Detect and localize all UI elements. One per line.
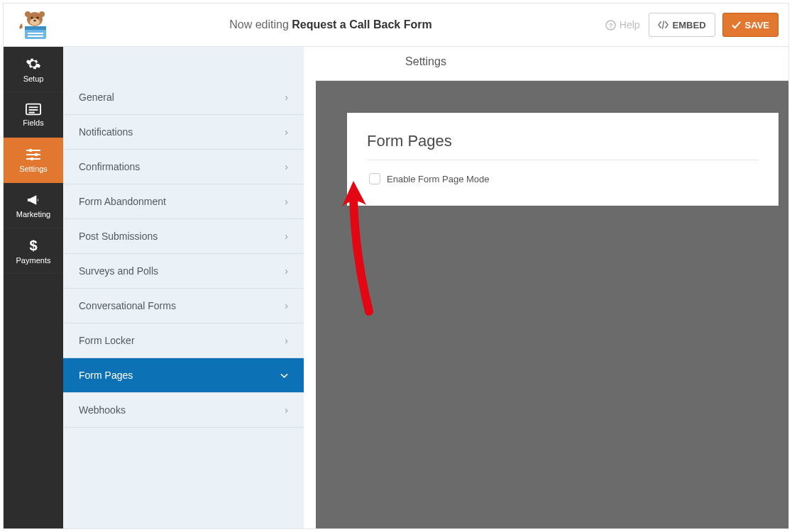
svg-point-4 xyxy=(31,16,33,18)
nav-fields-label: Fields xyxy=(23,118,43,127)
nav-settings[interactable]: Settings xyxy=(4,138,63,183)
nav-marketing[interactable]: Marketing xyxy=(4,183,63,228)
chevron-right-icon: › xyxy=(285,265,288,277)
list-icon xyxy=(26,103,41,116)
settings-list: General› Notifications› Confirmations› F… xyxy=(63,80,304,428)
editing-title: Now editing Request a Call Back Form xyxy=(56,18,605,31)
form-pages-panel: Form Pages Enable Form Page Mode xyxy=(347,113,779,206)
save-button[interactable]: SAVE xyxy=(722,13,779,37)
svg-point-6 xyxy=(33,20,36,22)
settings-item-conversational-forms[interactable]: Conversational Forms› xyxy=(63,289,304,323)
top-bar: Now editing Request a Call Back Form ? H… xyxy=(4,4,788,47)
app-logo xyxy=(13,9,56,41)
help-link[interactable]: ? Help xyxy=(605,19,640,31)
enable-form-page-mode-checkbox[interactable] xyxy=(369,173,380,184)
svg-point-3 xyxy=(30,18,40,26)
settings-sidebar: General› Notifications› Confirmations› F… xyxy=(63,47,316,528)
primary-nav: Setup Fields Settings Marketing $ Paymen… xyxy=(4,47,63,528)
chevron-right-icon: › xyxy=(285,126,288,138)
chevron-down-icon xyxy=(280,370,288,381)
form-name: Request a Call Back Form xyxy=(292,18,431,31)
nav-payments-label: Payments xyxy=(16,256,51,265)
dollar-icon: $ xyxy=(28,238,38,253)
svg-rect-10 xyxy=(28,35,43,37)
sliders-icon xyxy=(25,148,42,162)
app-window: Now editing Request a Call Back Form ? H… xyxy=(3,3,789,529)
nav-fields[interactable]: Fields xyxy=(4,92,63,138)
svg-rect-9 xyxy=(28,33,43,34)
svg-rect-8 xyxy=(25,26,46,30)
svg-point-5 xyxy=(36,16,38,18)
svg-text:?: ? xyxy=(608,22,612,29)
settings-item-form-abandonment[interactable]: Form Abandonment› xyxy=(63,184,304,219)
title-prefix: Now editing xyxy=(229,18,289,31)
svg-point-22 xyxy=(31,157,34,160)
enable-form-page-mode-label: Enable Form Page Mode xyxy=(387,174,490,184)
chevron-right-icon: › xyxy=(285,161,288,172)
svg-point-1 xyxy=(25,11,31,17)
chevron-right-icon: › xyxy=(285,196,288,207)
nav-marketing-label: Marketing xyxy=(16,210,50,218)
settings-item-post-submissions[interactable]: Post Submissions› xyxy=(63,219,304,254)
settings-item-notifications[interactable]: Notifications› xyxy=(63,115,304,150)
embed-label: EMBED xyxy=(673,20,706,31)
svg-point-18 xyxy=(29,148,33,152)
settings-item-surveys-polls[interactable]: Surveys and Polls› xyxy=(63,254,304,289)
chevron-right-icon: › xyxy=(285,92,288,103)
embed-button[interactable]: EMBED xyxy=(649,13,715,37)
settings-item-confirmations[interactable]: Confirmations› xyxy=(63,150,304,184)
nav-settings-label: Settings xyxy=(19,165,48,173)
save-label: SAVE xyxy=(745,20,769,31)
check-icon xyxy=(732,21,741,29)
svg-text:$: $ xyxy=(29,238,37,253)
svg-point-20 xyxy=(35,153,38,156)
nav-setup-label: Setup xyxy=(23,74,44,83)
chevron-right-icon: › xyxy=(285,231,288,242)
svg-point-2 xyxy=(39,11,45,17)
gear-icon xyxy=(26,56,41,72)
chevron-right-icon: › xyxy=(285,404,288,416)
settings-item-form-locker[interactable]: Form Locker› xyxy=(63,323,304,358)
panel-title: Form Pages xyxy=(367,132,759,160)
bullhorn-icon xyxy=(26,193,42,207)
nav-setup[interactable]: Setup xyxy=(4,47,63,92)
settings-item-general[interactable]: General› xyxy=(63,80,304,115)
chevron-right-icon: › xyxy=(285,300,288,311)
chevron-right-icon: › xyxy=(285,335,288,346)
enable-form-page-mode-row: Enable Form Page Mode xyxy=(367,173,759,184)
code-icon xyxy=(658,21,669,29)
main-area: Form Pages Enable Form Page Mode xyxy=(316,47,788,528)
body: Setup Fields Settings Marketing $ Paymen… xyxy=(4,47,788,528)
help-label: Help xyxy=(620,19,640,31)
settings-item-form-pages[interactable]: Form Pages xyxy=(63,358,304,393)
nav-payments[interactable]: $ Payments xyxy=(4,228,63,274)
settings-item-webhooks[interactable]: Webhooks› xyxy=(63,393,304,428)
